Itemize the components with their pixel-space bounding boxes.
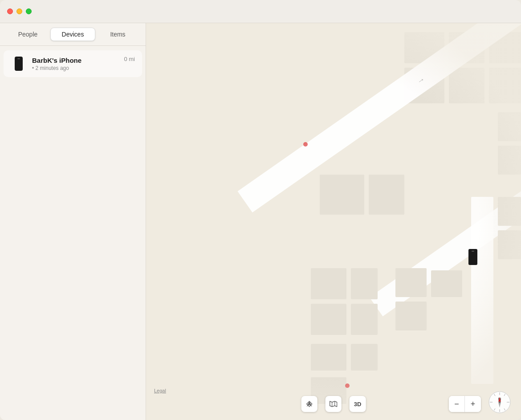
location-button[interactable] xyxy=(301,396,317,412)
zoom-controls: − + xyxy=(449,396,481,412)
tab-people[interactable]: People xyxy=(5,28,50,41)
device-list: BarbK's iPhone • 2 minutes ago 0 mi xyxy=(0,46,146,420)
compass[interactable]: N xyxy=(488,391,511,414)
zoom-in-button[interactable]: + xyxy=(465,396,481,412)
device-distance: 0 mi xyxy=(124,56,135,62)
map-svg: → → xyxy=(146,23,521,420)
svg-point-47 xyxy=(499,401,501,403)
device-time: • 2 minutes ago xyxy=(32,65,124,71)
svg-rect-32 xyxy=(472,251,474,252)
device-name: BarbK's iPhone xyxy=(32,57,124,64)
title-bar xyxy=(0,0,521,23)
3d-button[interactable]: 3D xyxy=(350,396,366,412)
map-area[interactable]: → → xyxy=(146,23,521,420)
iphone-icon xyxy=(15,57,23,71)
svg-rect-30 xyxy=(146,23,521,420)
device-info: BarbK's iPhone • 2 minutes ago xyxy=(32,57,124,71)
minimize-button[interactable] xyxy=(16,8,22,14)
device-icon-wrap xyxy=(11,56,27,72)
close-button[interactable] xyxy=(7,8,13,14)
map-bottom-buttons: 3D xyxy=(301,396,366,412)
tab-bar: People Devices Items xyxy=(0,23,146,46)
map-type-button[interactable] xyxy=(326,396,342,412)
main-layout: People Devices Items BarbK's iPhone • 2 … xyxy=(0,23,521,420)
maximize-button[interactable] xyxy=(26,8,32,14)
tab-devices[interactable]: Devices xyxy=(50,28,95,41)
zoom-out-button[interactable]: − xyxy=(449,396,465,412)
tab-items[interactable]: Items xyxy=(95,28,140,41)
device-item[interactable]: BarbK's iPhone • 2 minutes ago 0 mi xyxy=(4,50,142,77)
legal-link[interactable]: Legal xyxy=(154,388,166,393)
traffic-lights xyxy=(7,8,32,14)
sidebar: People Devices Items BarbK's iPhone • 2 … xyxy=(0,23,146,420)
